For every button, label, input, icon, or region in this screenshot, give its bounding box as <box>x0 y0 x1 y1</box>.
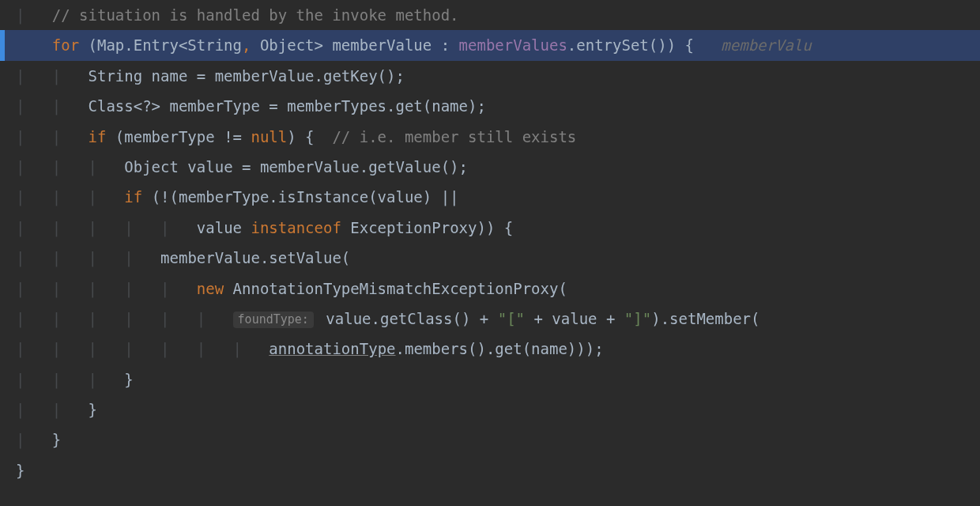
code-line: | // situation is handled by the invoke … <box>0 0 980 30</box>
string-literal: "]" <box>624 310 651 327</box>
trailing-hint: memberValu <box>721 36 811 54</box>
comment-text: // situation is handled by the invoke me… <box>52 6 459 24</box>
brace: } <box>89 401 97 418</box>
code-text: value <box>197 219 251 236</box>
instanceof-keyword: instanceof <box>251 219 341 236</box>
code-text: (Map.Entry<String <box>79 36 242 54</box>
string-literal: "[" <box>498 310 525 327</box>
code-text: AnnotationTypeMismatchExceptionProxy( <box>224 280 567 297</box>
code-text: (!(memberType.isInstance(value) || <box>142 188 458 206</box>
null-keyword: null <box>251 128 287 145</box>
trailing-hint <box>694 36 721 54</box>
code-text: ) { <box>287 128 332 145</box>
code-line: } <box>0 455 980 485</box>
if-keyword: if <box>89 128 107 145</box>
code-text: (memberType != <box>106 128 251 145</box>
code-text: ).setMember( <box>651 310 760 327</box>
code-line-highlight: for (Map.Entry<String, Object> memberVal… <box>0 30 980 60</box>
brace: } <box>16 462 24 479</box>
code-line: | | | | memberValue.setValue( <box>0 243 980 273</box>
code-line: | | } <box>0 395 980 425</box>
if-keyword: if <box>124 188 142 206</box>
code-text: value.getClass() + <box>317 310 498 327</box>
code-line: | } <box>0 425 980 455</box>
code-text: Object value = memberValue.getValue(); <box>124 158 468 176</box>
gutter-highlight <box>0 30 5 60</box>
code-line: | | | } <box>0 364 980 395</box>
code-line: | | | | | | foundType: value.getClass() … <box>0 304 980 334</box>
inlay-hint: foundType: <box>233 312 314 328</box>
code-line: | | | Object value = memberValue.getValu… <box>0 152 980 182</box>
code-line: | | | | | value instanceof ExceptionProx… <box>0 213 980 243</box>
indent-guide: | <box>16 6 52 24</box>
code-line: | | | if (!(memberType.isInstance(value)… <box>0 182 980 212</box>
code-text: .entrySet()) { <box>567 36 694 54</box>
code-line: | | Class<?> memberType = memberTypes.ge… <box>0 91 980 121</box>
code-text: memberValue.setValue( <box>160 249 350 266</box>
code-line: | | | | | | | annotationType.members().g… <box>0 334 980 364</box>
code-text: Class<?> memberType = memberTypes.get(na… <box>89 97 486 115</box>
field-ref: memberValues <box>459 36 567 54</box>
code-text: ExceptionProxy)) { <box>341 219 513 236</box>
comment-text: // i.e. member still exists <box>332 128 576 145</box>
code-line: | | String name = memberValue.getKey(); <box>0 61 980 91</box>
code-editor[interactable]: | // situation is handled by the invoke … <box>0 0 980 506</box>
brace: } <box>52 431 61 448</box>
code-text: .members().get(name))); <box>396 340 604 357</box>
code-text: + value + <box>525 310 624 327</box>
code-line: | | if (memberType != null) { // i.e. me… <box>0 122 980 152</box>
code-text: String name = memberValue.getKey(); <box>89 67 405 85</box>
for-keyword: for <box>52 36 79 54</box>
code-text: Object> memberValue : <box>260 36 459 54</box>
underlined-ref: annotationType <box>269 340 395 357</box>
code-line: | | | | | new AnnotationTypeMismatchExce… <box>0 274 980 304</box>
new-keyword: new <box>197 280 224 297</box>
brace: } <box>124 371 133 388</box>
comma-keyword: , <box>242 36 260 54</box>
